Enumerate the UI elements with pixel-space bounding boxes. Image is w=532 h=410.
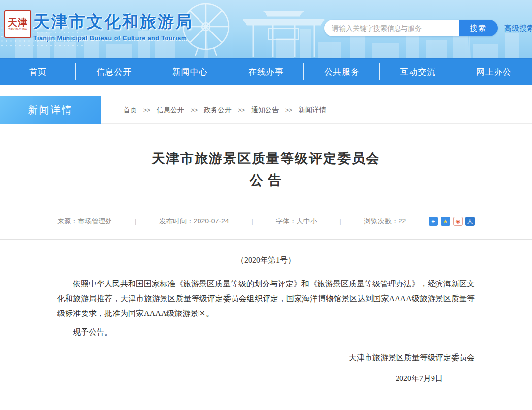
bureau-seal-logo: 天津 TIANJIN·CHINA (4, 10, 31, 38)
archway-decoration (242, 10, 325, 57)
article-title-line2: 公 告 (0, 172, 532, 188)
meta-view-count: 浏览次数：22 (364, 217, 406, 226)
breadcrumb-item-info-disclosure[interactable]: 信息公开 (157, 106, 184, 115)
site-subtitle: Tianjin Municipal Bureau of Culture and … (33, 35, 193, 42)
meta-divider: | (251, 218, 253, 225)
share-icon-bar: + ★ ◉ 人 (429, 217, 475, 226)
font-size-small-button[interactable]: 小 (310, 217, 317, 225)
sina-weibo-icon[interactable]: ◉ (453, 217, 463, 226)
meta-publish-date: 发布时间：2020-07-24 (159, 217, 229, 226)
breadcrumb-separator: >> (191, 107, 198, 114)
nav-item-info-disclosure[interactable]: 信息公开 (76, 59, 152, 85)
nav-item-interaction[interactable]: 互动交流 (380, 59, 456, 85)
breadcrumb: 首页 >> 信息公开 >> 政务公开 >> 通知公告 >> 新闻详情 (123, 96, 326, 124)
breadcrumb-separator: >> (238, 107, 245, 114)
site-brand: 天津市文化和旅游局 Tianjin Municipal Bureau of Cu… (33, 11, 193, 42)
meta-divider: | (135, 218, 137, 225)
seal-characters: 天津 (8, 18, 28, 28)
breadcrumb-separator: >> (143, 107, 150, 114)
breadcrumb-item-news-detail: 新闻详情 (299, 106, 326, 115)
nav-item-online-office[interactable]: 网上办公 (456, 59, 532, 85)
main-nav: 首页 信息公开 新闻中心 在线办事 公共服务 互动交流 网上办公 (0, 58, 532, 85)
nav-item-home[interactable]: 首页 (0, 59, 76, 85)
document-number: （2020年第1号） (57, 255, 475, 266)
meta-source: 来源：市场管理处 (57, 217, 112, 226)
meta-divider: | (339, 218, 341, 225)
seal-caption: TIANJIN·CHINA (9, 28, 27, 30)
breadcrumb-item-home[interactable]: 首页 (123, 106, 137, 115)
search-button[interactable]: 搜索 (459, 20, 498, 36)
article-header: 天津市旅游景区质量等级评定委员会 公 告 来源：市场管理处 | 发布时间：202… (0, 124, 532, 240)
page: 天津 TIANJIN·CHINA 天津市文化和旅游局 Tianjin Munic… (0, 0, 532, 410)
qzone-star-icon[interactable]: ★ (441, 217, 450, 226)
site-title: 天津市文化和旅游局 (33, 11, 193, 33)
article-paragraph: 依照中华人民共和国国家标准《旅游景区质量等级的划分与评定》和《旅游景区质量等级管… (57, 277, 475, 321)
nav-item-online-services[interactable]: 在线办事 (228, 59, 304, 85)
font-size-large-button[interactable]: 大 (297, 217, 303, 225)
nav-item-public-services[interactable]: 公共服务 (304, 59, 380, 85)
site-banner: 天津 TIANJIN·CHINA 天津市文化和旅游局 Tianjin Munic… (0, 0, 532, 58)
article-body: （2020年第1号） 依照中华人民共和国国家标准《旅游景区质量等级的划分与评定》… (0, 240, 532, 385)
article-title-line1: 天津市旅游景区质量等级评定委员会 (0, 151, 532, 166)
article-content: 天津市旅游景区质量等级评定委员会 公 告 来源：市场管理处 | 发布时间：202… (0, 124, 532, 410)
article-meta: 来源：市场管理处 | 发布时间：2020-07-24 | 字体：大中小 | 浏览… (0, 217, 532, 226)
article-sign-date: 2020年7月9日 (57, 372, 475, 385)
meta-font-size: 字体：大中小 (276, 217, 317, 226)
advanced-search-link[interactable]: 高级搜索 (504, 24, 532, 33)
search-pill: 搜索 (324, 20, 498, 36)
breadcrumb-separator: >> (285, 107, 292, 114)
font-size-label: 字体： (276, 217, 297, 225)
article-signature: 天津市旅游景区质量等级评定委员会 (57, 351, 475, 364)
nav-item-news-center[interactable]: 新闻中心 (152, 59, 228, 85)
font-size-medium-button[interactable]: 中 (303, 217, 310, 225)
search-input[interactable] (324, 20, 459, 36)
renren-icon[interactable]: 人 (466, 217, 475, 226)
article-closing: 现予公告。 (57, 325, 475, 340)
section-title-tab: 新闻详情 (0, 96, 101, 124)
share-plus-icon[interactable]: + (429, 217, 438, 226)
search-bar: 搜索 高级搜索 (324, 20, 532, 36)
breadcrumb-row: 新闻详情 首页 >> 信息公开 >> 政务公开 >> 通知公告 >> 新闻详情 (0, 96, 532, 124)
breadcrumb-item-notices[interactable]: 通知公告 (251, 106, 279, 115)
spacer (0, 85, 532, 96)
breadcrumb-item-gov-disclosure[interactable]: 政务公开 (204, 106, 232, 115)
